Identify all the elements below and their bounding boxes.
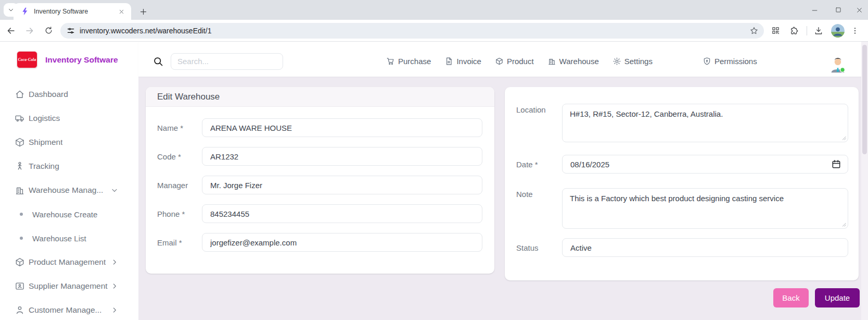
cube-icon	[15, 257, 25, 267]
sidebar-item-dashboard[interactable]: Dashboard	[0, 82, 138, 106]
browser-tab-strip: Inventory Software	[0, 0, 868, 20]
bullet-icon	[20, 237, 23, 240]
window-close-button[interactable]	[850, 0, 868, 20]
menu-item-purchase[interactable]: Purchase	[386, 57, 431, 66]
browser-menu-button[interactable]	[848, 23, 862, 38]
sidebar-item-shipment[interactable]: Shipment	[0, 130, 138, 154]
star-icon	[749, 26, 759, 35]
package-icon	[15, 137, 25, 147]
resize-grip-icon[interactable]	[841, 221, 846, 227]
code-input[interactable]	[202, 147, 482, 166]
window-maximize-button[interactable]	[826, 0, 850, 20]
email-input[interactable]	[202, 233, 482, 252]
close-icon	[856, 7, 863, 14]
search-icon	[153, 56, 163, 67]
extensions-button[interactable]	[787, 23, 801, 38]
date-field-row: Date *	[516, 155, 848, 174]
manager-input[interactable]	[202, 176, 482, 194]
menu-item-warehouse[interactable]: Warehouse	[547, 57, 599, 66]
address-bar[interactable]: inventory.wwcoders.net/warehouseEdit/1	[60, 23, 764, 39]
search-area	[153, 53, 283, 70]
main-area: Purchase Invoice Product Warehouse Setti…	[138, 42, 868, 320]
tab-title: Inventory Software	[34, 8, 117, 15]
phone-input[interactable]	[202, 204, 482, 223]
menu-item-invoice[interactable]: Invoice	[444, 57, 481, 66]
sidebar-item-logistics[interactable]: Logistics	[0, 106, 138, 130]
status-label: Status	[516, 243, 562, 252]
cube-icon	[495, 57, 504, 66]
sidebar-item-supplier-management[interactable]: Supplier Management	[0, 274, 138, 298]
toolbar-divider	[807, 26, 807, 35]
status-input[interactable]	[562, 238, 848, 257]
chevron-right-icon	[110, 306, 119, 314]
calendar-icon[interactable]	[831, 159, 841, 169]
update-button[interactable]: Update	[815, 288, 860, 307]
sidebar-item-warehouse-create[interactable]: Warehouse Create	[0, 202, 138, 226]
warehouse-building-icon	[15, 185, 25, 195]
menu-item-settings[interactable]: Settings	[612, 57, 653, 66]
site-favicon-bolt-icon	[21, 7, 29, 16]
window-minimize-button[interactable]	[802, 0, 826, 20]
date-input[interactable]	[562, 155, 848, 174]
menu-item-permissions[interactable]: Permissions	[703, 57, 757, 66]
name-input[interactable]	[202, 118, 482, 137]
sidebar-item-customer-management[interactable]: Customer Manage...	[0, 298, 138, 320]
minimize-icon	[811, 7, 818, 14]
tab-close-icon[interactable]	[117, 7, 126, 16]
sidebar-item-label: Product Management	[29, 257, 106, 267]
home-icon	[15, 89, 25, 100]
sidebar-item-label: Customer Manage...	[29, 305, 101, 315]
name-field-row: Name *	[157, 118, 482, 137]
menu-item-product[interactable]: Product	[495, 57, 534, 66]
new-tab-button[interactable]	[136, 5, 150, 18]
user-avatar[interactable]	[828, 54, 848, 74]
truck-icon	[15, 113, 25, 124]
sidebar-item-warehouse-management[interactable]: Warehouse Manag...	[0, 178, 138, 202]
forward-button[interactable]	[22, 23, 37, 39]
person-walking-icon	[15, 161, 25, 171]
location-label: Location	[516, 104, 562, 142]
sidebar-item-product-management[interactable]: Product Management	[0, 250, 138, 274]
warehouse-details-card: Location H#13, R#15, Sector-12, Canberra…	[505, 87, 859, 280]
kebab-menu-icon	[851, 27, 859, 35]
note-field-row: Note This is a Factory which best produc…	[516, 188, 848, 229]
page-scrollbar[interactable]	[861, 42, 868, 320]
card-title: Edit Warehouse	[146, 87, 494, 107]
email-label: Email *	[157, 238, 202, 247]
edit-warehouse-form: Name * Code * Manager Phone * Email *	[146, 107, 494, 252]
sidebar-item-label: Dashboard	[29, 90, 68, 99]
bookmark-star-button[interactable]	[749, 26, 759, 35]
note-textarea[interactable]: This is a Factory which best product des…	[562, 188, 848, 229]
sidebar-subitem-label: Warehouse List	[32, 234, 86, 243]
resize-grip-icon[interactable]	[841, 135, 846, 140]
location-textarea[interactable]: H#13, R#15, Sector-12, Canberra, Austral…	[562, 104, 848, 142]
reload-icon	[44, 26, 53, 35]
downloads-button[interactable]	[811, 23, 826, 38]
cart-icon	[386, 57, 395, 66]
search-input[interactable]	[171, 53, 283, 70]
arrow-right-icon	[25, 26, 34, 35]
code-field-row: Code *	[157, 147, 482, 166]
gear-icon	[612, 57, 621, 66]
browser-tab[interactable]: Inventory Software	[14, 3, 131, 20]
manager-field-row: Manager	[157, 176, 482, 194]
maximize-icon	[835, 7, 841, 13]
date-label: Date *	[516, 160, 562, 169]
scrollbar-thumb[interactable]	[862, 45, 867, 154]
sidebar-item-tracking[interactable]: Tracking	[0, 154, 138, 178]
brand-row[interactable]: Coca-Cola Inventory Software	[17, 51, 118, 68]
back-button[interactable]	[3, 23, 19, 39]
sidebar-item-warehouse-list[interactable]: Warehouse List	[0, 226, 138, 250]
reload-button[interactable]	[41, 23, 56, 39]
brand-name: Inventory Software	[45, 55, 118, 65]
sidebar-nav: Dashboard Logistics Shipment Tracking Wa…	[0, 82, 138, 320]
menu-label: Warehouse	[559, 57, 599, 66]
back-button-form[interactable]: Back	[773, 288, 809, 307]
menu-label: Purchase	[398, 57, 431, 66]
phone-field-row: Phone *	[157, 204, 482, 223]
url-text[interactable]: inventory.wwcoders.net/warehouseEdit/1	[80, 27, 749, 35]
qr-code-button[interactable]	[768, 23, 783, 38]
sidebar: Coca-Cola Inventory Software Dashboard L…	[0, 42, 138, 320]
browser-profile-avatar[interactable]	[831, 24, 845, 38]
sidebar-subitem-label: Warehouse Create	[32, 210, 97, 219]
